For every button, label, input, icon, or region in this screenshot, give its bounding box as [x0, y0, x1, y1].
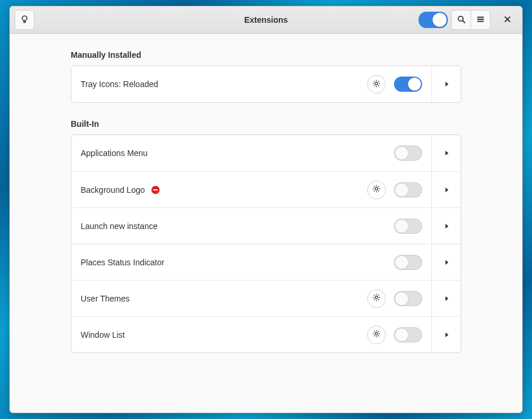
svg-point-7: [375, 333, 378, 335]
content-area: Manually Installed Tray Icons: Reloaded …: [10, 34, 522, 413]
extension-name: User Themes: [81, 294, 130, 303]
svg-point-2: [375, 82, 378, 84]
chevron-right-icon: [444, 294, 450, 303]
hamburger-icon: [476, 15, 485, 26]
extension-row: Background Logo: [71, 171, 461, 207]
extension-prefs-button[interactable]: [367, 289, 386, 308]
extension-row: Window List: [71, 316, 461, 352]
extension-row: Places Status Indicator: [71, 244, 461, 280]
extension-enable-switch[interactable]: [394, 77, 422, 92]
extension-row: Launch new instance: [71, 207, 461, 244]
extension-name: Background Logo: [81, 185, 145, 195]
chevron-right-icon: [444, 258, 450, 267]
svg-rect-4: [153, 189, 158, 191]
extension-expand-button[interactable]: [431, 135, 461, 171]
extension-row: Tray Icons: Reloaded: [71, 66, 461, 102]
chevron-right-icon: [444, 185, 450, 195]
close-icon: [504, 15, 511, 25]
section-manual: Manually Installed Tray Icons: Reloaded: [71, 50, 461, 103]
section-title-builtin: Built-In: [71, 119, 461, 129]
extension-expand-button[interactable]: [431, 66, 461, 102]
extension-expand-button[interactable]: [431, 172, 461, 208]
list-builtin: Applications MenuBackground Logo Launch …: [71, 134, 461, 353]
search-icon: [457, 15, 466, 26]
gear-icon: [372, 293, 381, 304]
extension-name: Applications Menu: [81, 148, 147, 158]
chevron-right-icon: [444, 148, 450, 158]
chevron-right-icon: [444, 79, 450, 89]
chevron-right-icon: [444, 221, 450, 231]
extension-prefs-button[interactable]: [367, 325, 386, 344]
extension-enable-switch[interactable]: [394, 146, 422, 161]
extension-enable-switch[interactable]: [394, 219, 422, 234]
svg-point-0: [22, 16, 27, 20]
extension-name: Tray Icons: Reloaded: [81, 79, 158, 89]
gear-icon: [372, 329, 381, 340]
extension-name: Window List: [81, 330, 125, 340]
search-button[interactable]: [451, 10, 471, 30]
chevron-right-icon: [444, 330, 450, 340]
section-builtin: Built-In Applications MenuBackground Log…: [71, 119, 461, 353]
extension-name: Places Status Indicator: [81, 258, 164, 267]
gear-icon: [372, 79, 381, 90]
extension-expand-button[interactable]: [431, 281, 461, 317]
titlebar: Extensions: [10, 6, 522, 34]
svg-point-6: [375, 296, 378, 299]
close-button[interactable]: [498, 10, 517, 30]
global-enable-switch[interactable]: [419, 12, 448, 28]
extension-enable-switch[interactable]: [394, 327, 422, 342]
extension-prefs-button[interactable]: [367, 75, 386, 94]
lightbulb-icon: [20, 15, 29, 26]
extension-row: Applications Menu: [71, 135, 461, 171]
extension-expand-button[interactable]: [431, 317, 461, 353]
section-title-manual: Manually Installed: [71, 50, 461, 60]
menu-button[interactable]: [471, 10, 490, 30]
extension-prefs-button[interactable]: [367, 181, 386, 199]
extensions-window: Extensions: [9, 6, 523, 413]
about-button[interactable]: [15, 10, 34, 30]
extension-name: Launch new instance: [81, 221, 158, 231]
extension-expand-button[interactable]: [431, 244, 461, 281]
error-icon: [151, 185, 160, 195]
extension-row: User Themes: [71, 280, 461, 316]
list-manual: Tray Icons: Reloaded: [71, 65, 461, 103]
gear-icon: [372, 184, 381, 195]
extension-expand-button[interactable]: [431, 208, 461, 244]
extension-enable-switch[interactable]: [394, 255, 422, 270]
extension-enable-switch[interactable]: [394, 182, 422, 198]
svg-point-5: [375, 188, 378, 190]
extension-enable-switch[interactable]: [394, 291, 422, 306]
